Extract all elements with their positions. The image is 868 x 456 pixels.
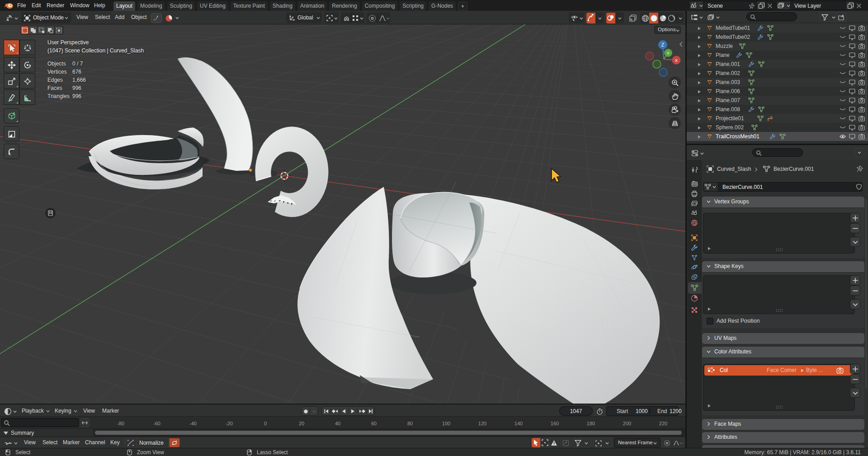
svg-text:Z: Z [661, 42, 665, 47]
svg-text:X: X [675, 58, 678, 63]
svg-text:Y: Y [667, 51, 670, 56]
